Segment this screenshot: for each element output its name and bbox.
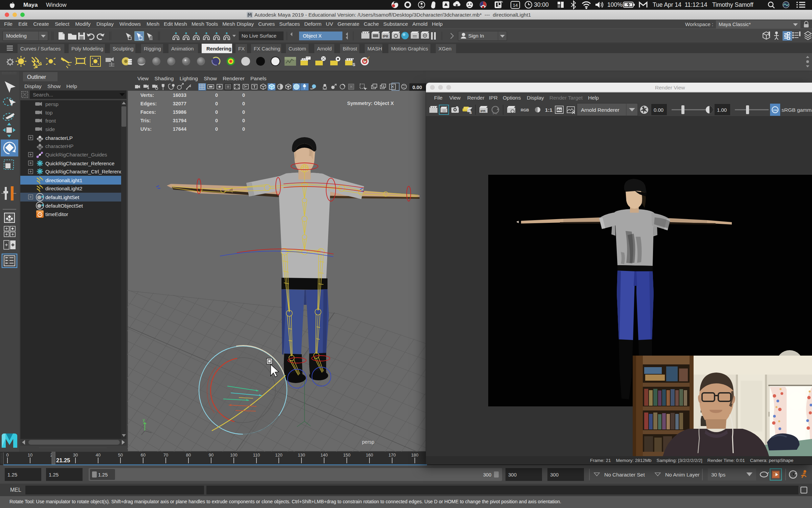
svg-text:0: 0 (242, 101, 245, 106)
svg-text:15986: 15986 (173, 109, 186, 115)
svg-text:0.00: 0.00 (654, 107, 663, 113)
svg-text:side: side (45, 126, 55, 132)
svg-text:Sign In: Sign In (468, 33, 484, 39)
svg-text:1.25: 1.25 (98, 472, 108, 478)
svg-text:40: 40 (96, 452, 100, 458)
svg-text:IPR: IPR (493, 112, 497, 115)
svg-text:14: 14 (513, 3, 518, 8)
svg-text:16033: 16033 (173, 92, 186, 98)
svg-text:front: front (45, 118, 56, 124)
svg-text:300: 300 (483, 472, 491, 478)
svg-text:IPR: IPR (480, 109, 486, 113)
svg-text:0: 0 (215, 109, 218, 115)
svg-text:Poly Modeling: Poly Modeling (71, 46, 103, 51)
svg-text:Outliner: Outliner (27, 74, 46, 80)
svg-text:300: 300 (550, 472, 559, 478)
svg-text:31794: 31794 (173, 118, 186, 123)
svg-text:50: 50 (118, 452, 123, 458)
svg-text:0: 0 (6, 452, 8, 458)
svg-text:QuickRigCharacter_Ctrl_Referen: QuickRigCharacter_Ctrl_Reference (45, 169, 125, 174)
svg-text:1.00: 1.00 (717, 107, 727, 113)
svg-text:top: top (45, 110, 53, 115)
svg-text:XGen: XGen (438, 46, 451, 51)
svg-text:S: S (353, 62, 355, 67)
svg-text:Symmetry: Object X: Symmetry: Object X (347, 101, 394, 106)
svg-text:Options: Options (503, 95, 521, 101)
svg-text:32077: 32077 (173, 101, 186, 106)
svg-text:characterLP: characterLP (45, 135, 73, 141)
svg-text:timeEditor: timeEditor (45, 211, 68, 217)
svg-text:No Anim Layer: No Anim Layer (665, 472, 700, 478)
svg-text:160: 160 (366, 452, 373, 458)
svg-text:Frame: 21 Memory: 2812Mb: Frame: 21 Memory: 2812Mb Sampling: [3/2/… (590, 458, 793, 463)
svg-text:30:00: 30:00 (534, 1, 549, 8)
svg-text:Render: Render (467, 95, 484, 101)
svg-text:directionalLight1: directionalLight1 (45, 177, 82, 183)
svg-text:Bifrost: Bifrost (343, 46, 357, 51)
svg-text:170: 170 (388, 452, 396, 458)
svg-text:0: 0 (215, 118, 218, 123)
svg-text:No Live Surface: No Live Surface (242, 33, 276, 39)
svg-text:0: 0 (242, 109, 245, 115)
svg-text:sRGB gamma: sRGB gamma (782, 107, 812, 113)
svg-text:QuickRigCharacter_Guides: QuickRigCharacter_Guides (45, 152, 107, 157)
svg-text:Tue Apr 14 11:12:14 Timothy: Tue Apr 14 11:12:14 Timothy Samoff (653, 1, 753, 8)
svg-text:IPR: IPR (383, 35, 388, 38)
svg-text:Display: Display (527, 95, 544, 101)
svg-text:0: 0 (215, 101, 218, 106)
svg-text:persp: persp (362, 439, 374, 445)
svg-text:90: 90 (209, 452, 213, 458)
svg-text:0: 0 (215, 92, 218, 98)
svg-text:Animation: Animation (171, 46, 194, 51)
svg-text:30 fps: 30 fps (711, 472, 725, 478)
svg-text:130: 130 (298, 452, 305, 458)
svg-text:UVs:: UVs: (140, 126, 152, 132)
svg-text:QuickRigCharacter_Reference: QuickRigCharacter_Reference (45, 161, 114, 166)
svg-text:View: View (449, 95, 461, 101)
svg-text:Custom: Custom (289, 46, 306, 51)
svg-text:View Shading Lighting: View Shading Lighting Show Renderer Pane… (137, 76, 267, 81)
svg-text:Arnold Renderer: Arnold Renderer (581, 107, 619, 113)
svg-text:Search...: Search... (33, 92, 53, 98)
svg-text:180: 180 (411, 452, 419, 458)
svg-text:Tris:: Tris: (140, 118, 151, 123)
svg-text:Arnold: Arnold (317, 46, 332, 51)
svg-text:10: 10 (28, 452, 32, 458)
svg-text:MASH: MASH (367, 46, 382, 51)
svg-text:30: 30 (73, 452, 78, 458)
svg-text:70: 70 (163, 452, 168, 458)
svg-text:140: 140 (320, 452, 328, 458)
svg-text:FX: FX (238, 46, 245, 51)
svg-text:No Character Set: No Character Set (604, 472, 645, 478)
svg-text:100: 100 (230, 452, 238, 458)
svg-text:100%: 100% (607, 1, 623, 8)
svg-text:characterHP: characterHP (45, 143, 73, 149)
svg-text:0: 0 (242, 118, 245, 123)
svg-text:110: 110 (253, 452, 260, 458)
svg-text:Edges:: Edges: (140, 101, 157, 106)
svg-text:persp: persp (45, 101, 59, 107)
svg-text:defaultObjectSet: defaultObjectSet (45, 203, 83, 209)
svg-text:FX Caching: FX Caching (254, 46, 280, 51)
svg-text:1.25: 1.25 (7, 472, 17, 478)
svg-text:Help: Help (588, 95, 599, 101)
svg-text:Curves / Surfaces: Curves / Surfaces (20, 46, 61, 51)
svg-text:ON: ON (773, 109, 777, 112)
svg-text:60: 60 (141, 452, 145, 458)
svg-text:y: y (143, 418, 145, 422)
svg-text:150: 150 (343, 452, 351, 458)
svg-text:Modeling: Modeling (6, 33, 27, 39)
svg-text:Sculpting: Sculpting (113, 46, 134, 51)
svg-text:0: 0 (242, 126, 245, 132)
svg-text:RGB: RGB (521, 108, 529, 112)
svg-text:0.00: 0.00 (412, 85, 422, 90)
svg-text:Rendering: Rendering (206, 46, 231, 51)
svg-text:1:1: 1:1 (545, 107, 552, 113)
svg-text:S: S (469, 110, 472, 114)
svg-text:defaultLightSet: defaultLightSet (45, 194, 80, 200)
svg-text:Display Show Help: Display Show Help (24, 83, 77, 89)
svg-text:IPR: IPR (489, 95, 498, 101)
svg-text:Render Target: Render Target (549, 95, 583, 101)
svg-text:1.25: 1.25 (49, 472, 59, 478)
svg-text:17644: 17644 (173, 126, 186, 132)
